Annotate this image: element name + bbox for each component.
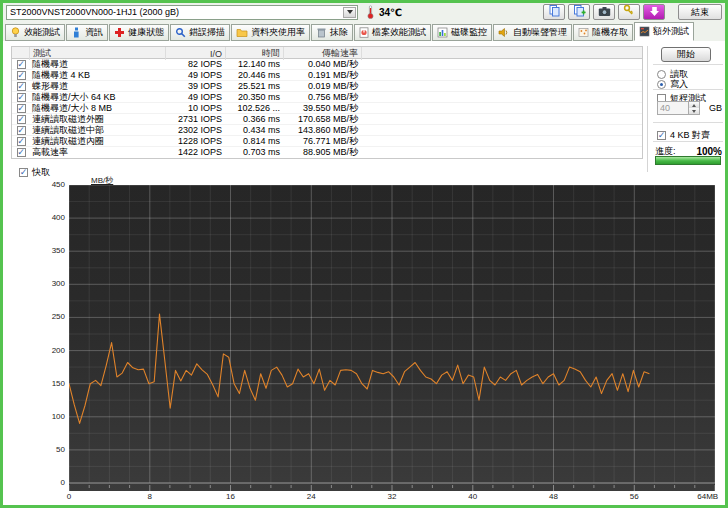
table-row[interactable]: ✓連續讀取磁道內圈1228 IOPS0.814 ms76.771 MB/秒 [12, 136, 642, 147]
chevron-down-icon[interactable] [343, 7, 356, 18]
y-tick-label: 400 [17, 213, 65, 222]
row-checkbox[interactable]: ✓ [17, 148, 26, 157]
folder-icon [236, 27, 248, 38]
spin-down-button[interactable] [689, 108, 699, 114]
test-time: 0.814 ms [226, 136, 284, 147]
test-name: 連續讀取磁道內圈 [30, 136, 166, 147]
toolbar-buttons [543, 4, 665, 20]
table-row[interactable]: ✓隨機尋道 4 KB49 IOPS20.446 ms0.191 MB/秒 [12, 70, 642, 81]
camera-icon [598, 3, 611, 21]
table-row[interactable]: ✓連續讀取磁道外圈2731 IOPS0.366 ms170.658 MB/秒 [12, 114, 642, 125]
table-row[interactable]: ✓隨機尋道/大小 64 KB49 IOPS20.350 ms0.756 MB/秒 [12, 92, 642, 103]
tab-file-benchmark[interactable]: 檔案效能測試 [354, 24, 431, 41]
info-icon [71, 27, 82, 38]
test-io: 82 IOPS [166, 59, 226, 70]
row-checkbox[interactable]: ✓ [17, 71, 26, 80]
copy-button[interactable] [543, 4, 565, 20]
row-checkbox[interactable]: ✓ [17, 115, 26, 124]
test-rate: 0.040 MB/秒 [284, 59, 362, 70]
options-button[interactable] [618, 4, 640, 20]
tab-health[interactable]: 健康狀態 [109, 24, 169, 41]
tab-label: 抹除 [330, 26, 348, 39]
separator [653, 122, 723, 123]
save-button[interactable] [643, 4, 665, 20]
test-name: 隨機尋道 4 KB [30, 70, 166, 81]
row-checkbox[interactable]: ✓ [17, 60, 26, 69]
separator [653, 89, 723, 90]
size-input[interactable] [657, 101, 689, 115]
drive-selector[interactable]: ST2000VNST2000VN000-1HJ1 (2000 gB) [6, 5, 358, 20]
row-checkbox[interactable]: ✓ [17, 126, 26, 135]
tab-bar: 效能測試資訊健康狀態錯誤掃描資料夾使用率抹除檔案效能測試磁碟監控自動噪聲管理隨機… [3, 22, 725, 41]
transfer-rate-line [69, 314, 649, 423]
row-checkbox[interactable]: ✓ [17, 82, 26, 91]
row-checkbox[interactable]: ✓ [17, 137, 26, 146]
x-tick-label: 48 [549, 492, 558, 501]
monitor-icon [437, 27, 448, 38]
test-io: 1228 IOPS [166, 136, 226, 147]
x-tick-label: 64MB [697, 492, 718, 501]
test-rate: 0.019 MB/秒 [284, 81, 362, 92]
tab-aam[interactable]: 自動噪聲管理 [493, 24, 572, 41]
row-checkbox[interactable]: ✓ [17, 93, 26, 102]
test-name: 隨機尋道/大小 64 KB [30, 92, 166, 103]
tab-random-access[interactable]: 隨機存取 [573, 24, 633, 41]
tab-erase[interactable]: 抹除 [311, 24, 353, 41]
tab-disk-monitor[interactable]: 磁碟監控 [432, 24, 492, 41]
test-name: 連續讀取磁道外圈 [30, 114, 166, 125]
copy-plus-icon [573, 3, 586, 21]
test-time: 102.526 ... [226, 103, 284, 114]
write-radio[interactable] [657, 80, 666, 89]
thermometer-icon [366, 5, 375, 19]
table-row[interactable]: ✓連續讀取磁道中部2302 IOPS0.434 ms143.860 MB/秒 [12, 125, 642, 136]
file-benchmark-icon [359, 27, 369, 38]
tab-label: 磁碟監控 [451, 26, 487, 39]
row-checkbox[interactable]: ✓ [17, 104, 26, 113]
y-tick-label: 300 [17, 279, 65, 288]
tab-label: 健康狀態 [128, 26, 164, 39]
table-row[interactable]: ✓蝶形尋道39 IOPS25.521 ms0.019 MB/秒 [12, 81, 642, 92]
exit-button[interactable]: 結束 [678, 4, 722, 20]
tab-label: 效能測試 [24, 26, 60, 39]
y-tick-label: 200 [17, 346, 65, 355]
test-time: 25.521 ms [226, 81, 284, 92]
progress-bar [655, 156, 721, 165]
test-io: 49 IOPS [166, 92, 226, 103]
tab-label: 自動噪聲管理 [513, 26, 567, 39]
test-io: 10 IOPS [166, 103, 226, 114]
align-checkbox[interactable]: ✓ [657, 131, 666, 140]
tab-folder-usage[interactable]: 資料夾使用率 [231, 24, 310, 41]
extra-tests-icon [639, 26, 650, 37]
test-rate: 76.771 MB/秒 [284, 136, 362, 147]
table-row[interactable]: ✓隨機尋道82 IOPS12.140 ms0.040 MB/秒 [12, 59, 642, 70]
health-icon [114, 27, 125, 38]
random-access-icon [578, 27, 589, 38]
tab-performance[interactable]: 效能測試 [5, 24, 65, 41]
tab-error-scan[interactable]: 錯誤掃描 [170, 24, 230, 41]
y-tick-label: 350 [17, 246, 65, 255]
separator [653, 64, 723, 65]
toolbar: ST2000VNST2000VN000-1HJ1 (2000 gB) 34℃ 結… [3, 3, 725, 21]
test-io: 49 IOPS [166, 70, 226, 81]
header-filler [362, 47, 642, 60]
acoustic-icon [498, 27, 510, 38]
tab-extra-tests[interactable]: 額外測試 [634, 22, 694, 41]
size-unit-label: GB [709, 103, 722, 113]
screenshot-button[interactable] [593, 4, 615, 20]
copy-icon [548, 3, 561, 21]
test-name: 隨機尋道 [30, 59, 166, 70]
test-time: 20.350 ms [226, 92, 284, 103]
test-name: 蝶形尋道 [30, 81, 166, 92]
copy-add-button[interactable] [568, 4, 590, 20]
y-tick-label: 0 [17, 478, 65, 487]
start-button[interactable]: 開始 [661, 47, 711, 62]
table-header: 測試 I/O 時間 傳輸速率 [12, 47, 642, 59]
x-tick-label: 32 [388, 492, 397, 501]
test-io: 1422 IOPS [166, 147, 226, 158]
test-name: 高載速率 [30, 147, 166, 158]
table-row[interactable]: ✓高載速率1422 IOPS0.703 ms88.905 MB/秒 [12, 147, 642, 158]
drive-name: ST2000VNST2000VN000-1HJ1 (2000 gB) [10, 7, 357, 17]
x-tick-label: 8 [148, 492, 152, 501]
table-row[interactable]: ✓隨機尋道/大小 8 MB10 IOPS102.526 ...39.550 MB… [12, 103, 642, 114]
tab-info[interactable]: 資訊 [66, 24, 108, 41]
